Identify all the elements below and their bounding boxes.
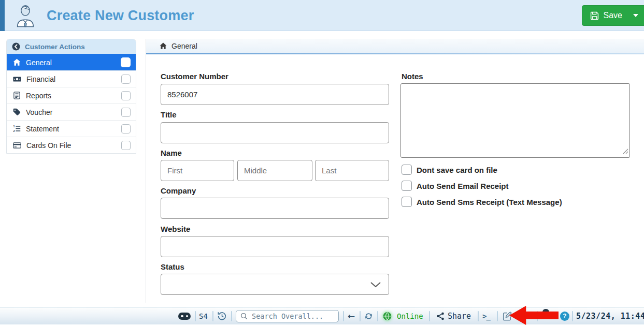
statusbar-divider [377,311,378,321]
company-input[interactable] [161,198,389,219]
website-input[interactable] [161,236,389,257]
notes-field [400,83,630,158]
middle-name-input[interactable] [237,160,312,181]
datetime-display: 5/23/24, 11:44 [576,312,644,321]
home-icon [13,58,21,66]
sidebar-item-general[interactable]: General [7,54,136,70]
help-icon[interactable]: ? [560,312,569,321]
circle-arrow-left-icon [12,42,20,51]
sidebar-checkbox-general[interactable] [121,57,131,67]
edit-icon[interactable] [503,312,512,321]
sidebar-item-voucher[interactable]: Voucher [7,103,136,120]
customer-actions-header[interactable]: Customer Actions [7,39,136,54]
floppy-icon [590,11,599,20]
customer-actions-title: Customer Actions [25,43,85,51]
history-icon[interactable] [217,311,227,321]
company-label: Company [161,186,196,195]
statusbar-divider [231,311,232,321]
terminal-icon[interactable]: >_ [482,312,490,320]
sidebar-item-label: Financial [26,75,116,83]
mask-icon[interactable] [178,313,191,320]
sidebar-item-label: Voucher [26,108,116,116]
status-select[interactable] [161,274,389,295]
svg-text:2: 2 [13,129,15,132]
statusbar-divider [360,311,361,321]
dont-save-card-checkbox[interactable] [402,165,412,175]
journal-icon [13,92,21,99]
statusbar-divider [343,311,344,321]
auto-email-receipt-label: Auto Send Email Receipt [417,182,509,190]
statusbar-divider [429,311,430,321]
statusbar-divider [572,311,573,321]
customer-number-input[interactable] [161,84,389,105]
station-label[interactable]: S4 [199,312,208,320]
sidebar-checkbox-reports[interactable] [121,91,131,100]
header-accent-stripe [0,0,5,31]
auto-sms-receipt-row: Auto Send Sms Receipt (Text Message) [402,197,562,207]
page-title: Create New Customer [47,7,194,23]
credit-card-icon [13,141,21,150]
sidebar-item-label: Reports [26,92,116,100]
save-button[interactable]: Save [582,5,644,26]
auto-sms-receipt-label: Auto Send Sms Receipt (Text Message) [417,198,562,206]
share-icon[interactable] [436,312,445,320]
caret-down-icon[interactable] [633,14,638,17]
cash-icon [13,75,21,83]
sidebar-item-statement[interactable]: 12 Statement [7,120,136,137]
person-icon [13,4,37,29]
obscured-icon[interactable] [542,309,549,317]
statusbar-divider [537,311,538,321]
sidebar-item-reports[interactable]: Reports [7,87,136,103]
refresh-icon[interactable] [364,312,373,320]
save-button-label: Save [604,11,622,20]
search-box[interactable] [236,310,339,322]
sidebar-item-financial[interactable]: Financial [7,70,136,87]
app-window: Create New Customer Save Customer Action… [0,0,644,326]
tag-icon [13,108,21,116]
sidebar-checkbox-cards-on-file[interactable] [121,141,131,150]
last-name-input[interactable] [315,160,389,181]
title-label: Title [161,110,177,119]
sidebar-checkbox-voucher[interactable] [121,108,131,117]
content-divider [146,39,146,303]
section-underline [146,53,644,54]
dont-save-card-label: Dont save card on file [417,166,497,174]
sidebar-item-label: General [26,58,116,67]
first-name-input[interactable] [161,160,234,181]
auto-email-receipt-row: Auto Send Email Receipt [402,181,509,191]
sidebar-checkbox-financial[interactable] [121,75,131,84]
auto-sms-receipt-checkbox[interactable] [402,197,412,207]
svg-text:1: 1 [13,125,15,128]
statusbar-divider [212,311,213,321]
customer-number-label: Customer Number [161,72,228,81]
website-label: Website [161,225,190,233]
search-icon [240,313,248,320]
home-icon [160,42,167,50]
title-input[interactable] [161,122,389,143]
chevron-down-icon [370,281,381,288]
name-label: Name [161,149,182,157]
notes-textarea[interactable] [400,83,630,158]
customer-actions-panel: Customer Actions General Financial Repor… [6,39,136,154]
auto-email-receipt-checkbox[interactable] [402,181,412,191]
status-label: Status [161,262,184,271]
globe-icon[interactable] [383,312,392,320]
notes-label: Notes [402,72,423,81]
dont-save-card-row: Dont save card on file [402,165,497,175]
ordered-list-icon: 12 [13,125,21,132]
share-button[interactable]: Share [448,312,471,321]
sidebar-checkbox-statement[interactable] [121,124,131,134]
search-input[interactable] [251,312,334,321]
online-status: Online [397,312,423,320]
sidebar-item-label: Cards On File [26,141,116,150]
section-header-general: General [146,39,644,53]
sidebar-item-label: Statement [26,125,116,133]
statusbar-divider [497,311,498,321]
statusbar-divider [195,311,196,321]
back-arrow-icon[interactable]: ← [348,311,355,321]
sidebar-item-cards-on-file[interactable]: Cards On File [7,137,136,153]
statusbar-divider [478,311,479,321]
page-header: Create New Customer Save [0,0,644,31]
section-title: General [171,42,197,50]
